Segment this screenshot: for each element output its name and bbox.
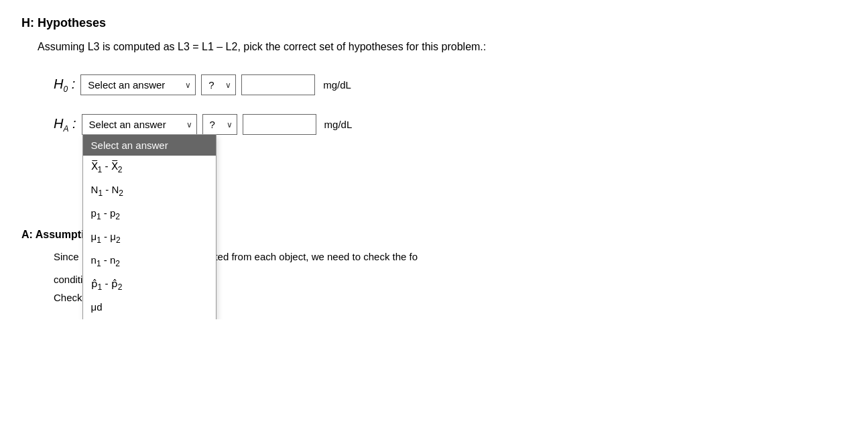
- dropdown-item-mud[interactable]: μd: [83, 297, 216, 317]
- dropdown-item-mu1mu2[interactable]: μ1 - μ2: [83, 226, 216, 250]
- ha-dropdown-overlay[interactable]: Select an answer X̅1 - X̅2 N1 - N2 p1 - …: [82, 134, 216, 319]
- ha-row: HA : Select an answer X₁ - X₂ N₁ - N₂ p₁…: [54, 114, 847, 135]
- ha-label: HA :: [54, 116, 76, 133]
- h0-question-select[interactable]: ? < > = ≠ ≤ ≥: [202, 75, 235, 95]
- assumptions-since-text: Since: [54, 251, 79, 262]
- h0-select[interactable]: Select an answer X₁ - X₂ N₁ - N₂ p₁ - p₂…: [81, 75, 195, 95]
- ha-unit: mg/dL: [324, 119, 353, 130]
- dropdown-item-x1x2[interactable]: X̅1 - X̅2: [83, 156, 216, 179]
- h0-unit: mg/dL: [323, 79, 351, 91]
- dropdown-item-d[interactable]: d̄: [83, 317, 216, 319]
- question-text: Assuming L3 is computed as L3 = L1 – L2,…: [38, 41, 847, 53]
- dropdown-item-n1n2[interactable]: N1 - N2: [83, 179, 216, 203]
- h0-row: H0 : Select an answer X₁ - X₂ N₁ - N₂ p₁…: [54, 74, 847, 95]
- h0-value-input[interactable]: [241, 74, 315, 95]
- dropdown-item-phat1phat2[interactable]: p̂1 - p̂2: [83, 273, 216, 297]
- ha-select[interactable]: Select an answer X₁ - X₂ N₁ - N₂ p₁ - p₂…: [82, 115, 196, 134]
- h0-question-wrapper[interactable]: ? < > = ≠ ≤ ≥ ∨: [201, 74, 236, 95]
- dropdown-item-p1p2[interactable]: p1 - p2: [83, 203, 216, 226]
- dropdown-item-select[interactable]: Select an answer: [83, 135, 216, 156]
- ha-question-wrapper[interactable]: ? < > = ≠ ≤ ≥ ∨: [202, 114, 237, 135]
- section-title: H: Hypotheses: [21, 16, 847, 30]
- h0-label: H0 :: [54, 76, 75, 94]
- dropdown-item-n1n2-lower[interactable]: n1 - n2: [83, 250, 216, 273]
- ha-select-wrapper[interactable]: Select an answer X₁ - X₂ N₁ - N₂ p₁ - p₂…: [82, 114, 197, 135]
- ha-value-input[interactable]: [243, 114, 316, 135]
- ha-question-select[interactable]: ? < > = ≠ ≤ ≥: [203, 115, 237, 134]
- h0-select-wrapper[interactable]: Select an answer X₁ - X₂ N₁ - N₂ p₁ - p₂…: [80, 74, 196, 95]
